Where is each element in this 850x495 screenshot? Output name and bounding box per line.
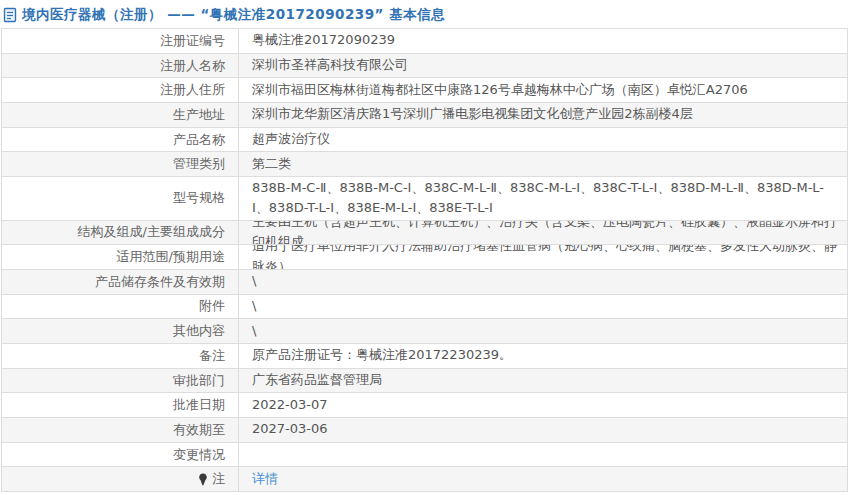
table-row: 结构及组成/主要组成成分主要由主机（含超声主机、计算机主机）、治疗头（含支架、压… — [2, 221, 847, 246]
row-value-text: 深圳市圣祥高科技有限公司 — [252, 55, 408, 76]
row-label-text: 注册人住所 — [160, 81, 225, 99]
row-value: \ — [238, 295, 847, 319]
row-label: 型号规格 — [2, 177, 238, 220]
table-row: 其他内容\ — [2, 319, 847, 344]
row-label-text: 产品名称 — [173, 131, 225, 149]
row-label-text: 结构及组成/主要组成成分 — [78, 223, 225, 241]
table-row: 备注原产品注册证号：粤械注准20172230239。 — [2, 344, 847, 369]
table-row: 产品储存条件及有效期\ — [2, 270, 847, 295]
row-value: 主要由主机（含超声主机、计算机主机）、治疗头（含支架、压电陶瓷片、硅胶囊）、液晶… — [238, 221, 847, 245]
detail-link[interactable]: 详情 — [252, 469, 278, 490]
row-value-text: 2027-03-06 — [252, 419, 328, 440]
row-label: 生产地址 — [2, 103, 238, 127]
table-row: 产品名称超声波治疗仪 — [2, 128, 847, 153]
table-row: 注册证编号粤械注准20172090239 — [2, 29, 847, 54]
row-value: 第二类 — [238, 152, 847, 176]
table-row: 有效期至2027-03-06 — [2, 418, 847, 443]
table-row: 型号规格838B-M-C-Ⅱ、838B-M-C-Ⅰ、838C-M-L-Ⅱ、838… — [2, 177, 847, 221]
row-value-text: 广东省药品监督管理局 — [252, 370, 382, 391]
row-label-text: 备注 — [199, 347, 225, 365]
row-value: 2022-03-07 — [238, 393, 847, 417]
row-label-text: 附件 — [199, 297, 225, 315]
row-label: 备注 — [2, 344, 238, 368]
row-label-text: 生产地址 — [173, 106, 225, 124]
row-label: 管理类别 — [2, 152, 238, 176]
row-value — [238, 443, 847, 467]
table-row: 注详情 — [2, 467, 847, 491]
row-value-text: 粤械注准20172090239 — [252, 30, 395, 51]
row-label: 变更情况 — [2, 443, 238, 467]
table-row: 审批部门广东省药品监督管理局 — [2, 369, 847, 394]
row-value-text: 第二类 — [252, 154, 291, 175]
row-label-text: 审批部门 — [173, 372, 225, 390]
row-label-text: 有效期至 — [173, 421, 225, 439]
row-value: 深圳市福田区梅林街道梅都社区中康路126号卓越梅林中心广场（南区）卓悦汇A270… — [238, 78, 847, 102]
row-label-text: 型号规格 — [173, 189, 225, 207]
info-table: 注册证编号粤械注准20172090239注册人名称深圳市圣祥高科技有限公司注册人… — [1, 28, 848, 492]
row-value-text: 深圳市龙华新区清庆路1号深圳广播电影电视集团文化创意产业园2栋副楼4层 — [252, 104, 693, 125]
table-row: 适用范围/预期用途适用于医疗单位用非介入疗法辅助治疗堵塞性血管病（冠心病、心绞痛… — [2, 245, 847, 270]
row-label: 注册人名称 — [2, 54, 238, 78]
row-label: 注册人住所 — [2, 78, 238, 102]
row-value: 适用于医疗单位用非介入疗法辅助治疗堵塞性血管病（冠心病、心绞痛、脑梗塞、多发性大… — [238, 245, 847, 269]
note-pin-icon — [198, 473, 208, 486]
table-row: 变更情况 — [2, 443, 847, 468]
row-value: 广东省药品监督管理局 — [238, 369, 847, 393]
row-value: \ — [238, 319, 847, 343]
row-label-text: 适用范围/预期用途 — [117, 248, 225, 266]
table-row: 附件\ — [2, 295, 847, 320]
row-label: 适用范围/预期用途 — [2, 245, 238, 269]
table-row: 注册人住所深圳市福田区梅林街道梅都社区中康路126号卓越梅林中心广场（南区）卓悦… — [2, 78, 847, 103]
row-value: 原产品注册证号：粤械注准20172230239。 — [238, 344, 847, 368]
row-label: 注册证编号 — [2, 29, 238, 53]
row-label-text: 管理类别 — [173, 155, 225, 173]
row-value: 深圳市圣祥高科技有限公司 — [238, 54, 847, 78]
row-value-text: 深圳市福田区梅林街道梅都社区中康路126号卓越梅林中心广场（南区）卓悦汇A270… — [252, 80, 748, 101]
row-value-text: 适用于医疗单位用非介入疗法辅助治疗堵塞性血管病（冠心病、心绞痛、脑梗塞、多发性大… — [252, 245, 837, 269]
table-row: 生产地址深圳市龙华新区清庆路1号深圳广播电影电视集团文化创意产业园2栋副楼4层 — [2, 103, 847, 128]
row-label: 审批部门 — [2, 369, 238, 393]
row-value: 2027-03-06 — [238, 418, 847, 442]
row-label: 注 — [2, 467, 238, 491]
row-label-text: 注 — [212, 470, 225, 488]
row-label-text: 批准日期 — [173, 396, 225, 414]
row-label: 结构及组成/主要组成成分 — [2, 221, 238, 245]
row-label: 其他内容 — [2, 319, 238, 343]
row-value: 详情 — [238, 467, 847, 491]
row-label: 产品名称 — [2, 128, 238, 152]
row-label: 附件 — [2, 295, 238, 319]
row-value-text: 原产品注册证号：粤械注准20172230239。 — [252, 345, 512, 366]
row-value-text: 超声波治疗仪 — [252, 129, 330, 150]
row-value-text: 主要由主机（含超声主机、计算机主机）、治疗头（含支架、压电陶瓷片、硅胶囊）、液晶… — [252, 221, 837, 245]
row-label-text: 注册人名称 — [160, 57, 225, 75]
row-value: \ — [238, 270, 847, 294]
row-label: 批准日期 — [2, 393, 238, 417]
page-title: 境内医疗器械（注册） —— “粤械注准20172090239” 基本信息 — [22, 6, 445, 24]
row-value-text: 2022-03-07 — [252, 395, 328, 416]
row-value: 838B-M-C-Ⅱ、838B-M-C-Ⅰ、838C-M-L-Ⅱ、838C-M-… — [238, 177, 847, 220]
page-header: 境内医疗器械（注册） —— “粤械注准20172090239” 基本信息 — [0, 0, 850, 28]
row-label-text: 其他内容 — [173, 322, 225, 340]
page: 境内医疗器械（注册） —— “粤械注准20172090239” 基本信息 注册证… — [0, 0, 850, 495]
row-value-text: 838B-M-C-Ⅱ、838B-M-C-Ⅰ、838C-M-L-Ⅱ、838C-M-… — [252, 178, 837, 220]
row-value-text: \ — [252, 296, 256, 317]
row-label-text: 产品储存条件及有效期 — [95, 273, 225, 291]
row-label-text: 注册证编号 — [160, 32, 225, 50]
row-value-text: \ — [252, 271, 256, 292]
row-label: 产品储存条件及有效期 — [2, 270, 238, 294]
row-value: 深圳市龙华新区清庆路1号深圳广播电影电视集团文化创意产业园2栋副楼4层 — [238, 103, 847, 127]
table-row: 注册人名称深圳市圣祥高科技有限公司 — [2, 54, 847, 79]
row-label-text: 变更情况 — [173, 446, 225, 464]
row-value-text: \ — [252, 321, 256, 342]
table-row: 批准日期2022-03-07 — [2, 393, 847, 418]
document-icon — [3, 7, 17, 23]
row-value: 粤械注准20172090239 — [238, 29, 847, 53]
table-row: 管理类别第二类 — [2, 152, 847, 177]
row-value: 超声波治疗仪 — [238, 128, 847, 152]
row-label: 有效期至 — [2, 418, 238, 442]
